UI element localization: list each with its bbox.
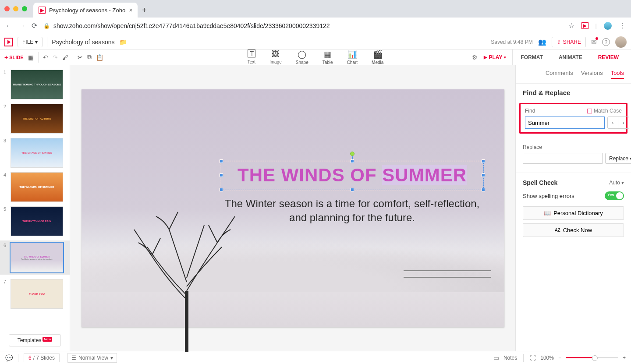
current-slide-number: 6 xyxy=(28,355,32,361)
rotation-handle[interactable] xyxy=(350,152,354,156)
chrome-menu-icon[interactable]: ⋮ xyxy=(619,21,626,30)
find-prev-button[interactable]: ‹ xyxy=(608,117,618,128)
tab-title: Psychology of seasons - Zoho xyxy=(49,7,125,14)
spell-auto-select[interactable]: Auto▾ xyxy=(609,180,624,186)
settings-icon[interactable]: ⚙ xyxy=(472,54,478,61)
extension-icon[interactable]: ▶ xyxy=(581,22,588,29)
resize-handle[interactable] xyxy=(482,188,485,191)
tab-comments[interactable]: Comments xyxy=(546,70,573,79)
text-selection-box[interactable]: THE WINDS OF SUMMER xyxy=(221,161,484,190)
review-panel: Comments Versions Tools Find & Replace F… xyxy=(515,65,631,351)
thumb-number: 4 xyxy=(4,172,8,202)
format-painter-icon[interactable]: 🖌 xyxy=(62,54,68,61)
maximize-window-button[interactable] xyxy=(22,6,27,11)
insert-shape-button[interactable]: ◯Shape xyxy=(296,49,308,65)
insert-table-button[interactable]: ▦Table xyxy=(323,49,333,65)
replace-input[interactable] xyxy=(523,153,603,164)
play-button[interactable]: PLAY ▾ xyxy=(484,54,507,60)
file-menu-button[interactable]: FILE ▾ xyxy=(18,37,43,47)
cut-icon[interactable]: ✂ xyxy=(78,54,83,61)
chart-icon: 📊 xyxy=(347,49,357,59)
match-case-checkbox[interactable]: Match Case xyxy=(587,108,622,114)
saved-status: Saved at 9:48 PM xyxy=(491,39,532,45)
new-tab-button[interactable]: + xyxy=(142,6,147,15)
tool-label: Image xyxy=(269,60,282,64)
show-errors-toggle[interactable]: Yes xyxy=(605,191,624,200)
resize-handle[interactable] xyxy=(482,173,485,177)
slide-thumbnail-7[interactable]: THANK YOU xyxy=(11,279,63,309)
layout-icon[interactable]: ▦ xyxy=(28,54,34,61)
view-mode-select[interactable]: ☰ Normal View ▾ xyxy=(67,353,117,363)
slide-thumbnail-2[interactable]: THE MIST OF AUTUMN xyxy=(11,104,63,134)
tool-label: Text xyxy=(248,60,255,64)
tab-close-icon[interactable]: × xyxy=(129,7,132,14)
personal-dictionary-button[interactable]: 📖Personal Dictionary xyxy=(523,206,624,220)
tab-animate[interactable]: ANIMATE xyxy=(551,49,590,65)
slide-thumbnail-1[interactable]: TRANSITIONING THROUGH SEASONS xyxy=(11,70,63,99)
tab-review[interactable]: REVIEW xyxy=(590,49,627,65)
resize-handle[interactable] xyxy=(351,188,354,191)
slide-title-text[interactable]: THE WINDS OF SUMMER xyxy=(221,161,483,189)
comments-icon[interactable]: 💬 xyxy=(5,354,13,361)
paste-icon[interactable]: 📋 xyxy=(96,54,103,61)
insert-image-button[interactable]: 🖼Image xyxy=(269,49,282,65)
slide-counter[interactable]: 6 / 7 Slides xyxy=(24,353,60,362)
notes-label[interactable]: Notes xyxy=(503,355,517,361)
find-input[interactable] xyxy=(525,117,605,129)
close-window-button[interactable] xyxy=(4,6,10,11)
undo-icon[interactable]: ↶ xyxy=(43,54,48,61)
zoom-value[interactable]: 100% xyxy=(540,355,554,361)
tab-format[interactable]: FORMAT xyxy=(513,49,550,65)
thumb-row: 5THE RHYTHM OF RAIN xyxy=(4,206,66,236)
insert-chart-button[interactable]: 📊Chart xyxy=(347,49,358,65)
canvas-area[interactable]: THE WINDS OF SUMMER The Winter season is… xyxy=(70,65,515,351)
profile-avatar-icon[interactable] xyxy=(604,22,612,30)
share-icon: ⇪ xyxy=(557,39,561,45)
new-badge: New xyxy=(43,337,52,342)
replace-button[interactable]: Replace▾ xyxy=(605,153,631,164)
slide-thumbnail-3[interactable]: THE GRACE OF SPRING xyxy=(11,138,63,168)
tab-versions[interactable]: Versions xyxy=(581,70,603,79)
slide-body-text[interactable]: The Winter season is a time for comfort,… xyxy=(221,197,484,225)
browser-tab[interactable]: ▶ Psychology of seasons - Zoho × xyxy=(33,3,138,18)
resize-handle[interactable] xyxy=(220,173,223,177)
bookmark-icon[interactable]: ☆ xyxy=(568,21,574,30)
minimize-window-button[interactable] xyxy=(13,6,18,11)
addr-actions: ☆ ▶ | ⋮ xyxy=(568,21,626,30)
slide-thumbnail-6[interactable]: THE WINDS OF SUMMERThe Winter season is … xyxy=(11,243,63,272)
zoom-in-button[interactable]: + xyxy=(623,355,626,361)
document-title[interactable]: Psychology of seasons xyxy=(52,39,114,46)
slide-thumbnail-5[interactable]: THE RHYTHM OF RAIN xyxy=(11,206,63,236)
copy-icon[interactable]: ⧉ xyxy=(87,53,92,61)
notifications-icon[interactable]: ✉ xyxy=(591,38,597,46)
zoom-out-button[interactable]: − xyxy=(558,355,561,361)
collaborators-icon[interactable]: 👥 xyxy=(538,38,546,46)
resize-handle[interactable] xyxy=(482,159,485,163)
reload-button[interactable]: ⟳ xyxy=(32,21,37,30)
url-input[interactable]: 🔒 show.zoho.com/show/open/cnj52f1e2e4777… xyxy=(43,22,562,29)
media-icon: 🎬 xyxy=(373,49,383,59)
check-now-button[interactable]: AZCheck Now xyxy=(523,223,624,237)
insert-media-button[interactable]: 🎬Media xyxy=(372,49,383,65)
slide-thumbnail-4[interactable]: THE WARMTH OF SUMMER xyxy=(11,172,63,202)
resize-handle[interactable] xyxy=(351,159,354,163)
notes-icon[interactable]: ▭ xyxy=(493,354,499,361)
resize-handle[interactable] xyxy=(220,188,223,191)
redo-icon[interactable]: ↷ xyxy=(53,54,58,61)
user-avatar[interactable] xyxy=(615,36,627,48)
forward-button[interactable]: → xyxy=(18,22,25,30)
folder-icon[interactable]: 📁 xyxy=(119,39,127,46)
templates-button[interactable]: TemplatesNew xyxy=(9,334,61,346)
fit-icon[interactable]: ⛶ xyxy=(530,354,536,361)
slide-canvas[interactable]: THE WINDS OF SUMMER The Winter season is… xyxy=(82,89,504,327)
share-button[interactable]: ⇪ SHARE xyxy=(552,37,586,47)
app-logo-icon[interactable] xyxy=(4,38,13,46)
add-slide-button[interactable]: SLIDE xyxy=(4,54,24,61)
tab-tools[interactable]: Tools xyxy=(611,70,624,79)
help-icon[interactable]: ? xyxy=(602,38,610,46)
resize-handle[interactable] xyxy=(220,159,223,163)
back-button[interactable]: ← xyxy=(5,22,12,30)
find-next-button[interactable]: › xyxy=(618,117,629,128)
insert-text-button[interactable]: 🅃Text xyxy=(248,49,255,65)
zoom-slider[interactable] xyxy=(566,357,618,358)
